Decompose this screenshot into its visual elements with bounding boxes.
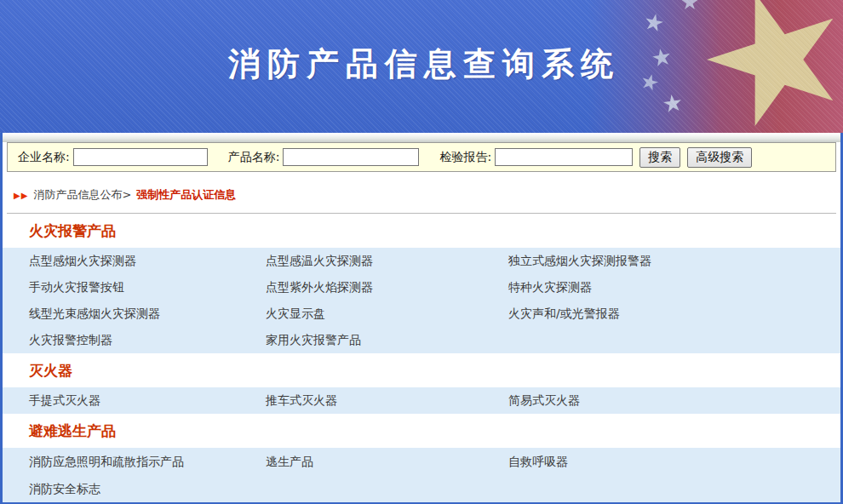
product-link[interactable]: 手动火灾报警按钮: [29, 274, 266, 301]
inspection-report-label: 检验报告:: [439, 150, 491, 165]
breadcrumb-arrows-icon: ▶▶: [14, 191, 28, 200]
section-item-grid: 消防应急照明和疏散指示产品逃生产品自救呼吸器消防安全标志: [3, 448, 840, 502]
main-content: 企业名称: 产品名称: 检验报告: 搜索 高级搜索 ▶▶ 消防产品信息公布> 强…: [0, 133, 843, 502]
inspection-report-group: 检验报告:: [439, 148, 633, 166]
product-link[interactable]: 家用火灾报警产品: [266, 327, 508, 353]
product-link[interactable]: 特种火灾探测器: [508, 274, 840, 301]
company-name-group: 企业名称:: [18, 148, 208, 166]
product-link[interactable]: 推车式灭火器: [266, 387, 508, 414]
product-link[interactable]: 自救呼吸器: [508, 448, 840, 475]
product-link[interactable]: 消防安全标志: [29, 475, 266, 502]
product-link[interactable]: 点型感烟火灾探测器: [29, 248, 266, 274]
company-name-label: 企业名称:: [18, 150, 70, 165]
product-link[interactable]: 简易式灭火器: [508, 387, 840, 414]
product-link[interactable]: 火灾声和/或光警报器: [508, 301, 840, 327]
advanced-search-button[interactable]: 高级搜索: [687, 147, 752, 168]
banner-separator: [3, 133, 840, 142]
company-name-input[interactable]: [73, 148, 208, 166]
product-name-group: 产品名称:: [228, 148, 420, 166]
section-escape-products: 避难逃生产品 消防应急照明和疏散指示产品逃生产品自救呼吸器消防安全标志: [3, 414, 840, 502]
page-title: 消防产品信息查询系统: [228, 43, 620, 86]
inspection-report-input[interactable]: [495, 148, 633, 166]
section-fire-alarm: 火灾报警产品 点型感烟火灾探测器点型感温火灾探测器独立式感烟火灾探测报警器手动火…: [3, 214, 840, 353]
category-sections: 火灾报警产品 点型感烟火灾探测器点型感温火灾探测器独立式感烟火灾探测报警器手动火…: [3, 214, 840, 502]
product-link[interactable]: 手提式灭火器: [29, 387, 266, 414]
product-link[interactable]: 独立式感烟火灾探测报警器: [508, 248, 840, 274]
product-link[interactable]: 点型感温火灾探测器: [266, 248, 508, 274]
breadcrumb-root-link[interactable]: 消防产品信息公布>: [33, 187, 131, 203]
section-item-grid: 手提式灭火器推车式灭火器简易式灭火器: [3, 387, 840, 414]
section-title: 火灾报警产品: [3, 214, 840, 248]
product-link[interactable]: 火灾报警控制器: [29, 327, 266, 353]
product-name-label: 产品名称:: [228, 150, 280, 165]
product-link[interactable]: 线型光束感烟火灾探测器: [29, 301, 266, 327]
product-link[interactable]: 逃生产品: [266, 448, 508, 475]
breadcrumb-current: 强制性产品认证信息: [136, 187, 236, 203]
product-link[interactable]: 消防应急照明和疏散指示产品: [29, 448, 266, 475]
page: 消防产品信息查询系统 企业名称: 产品名称: 检验报告: 搜索 高级搜索 ▶▶ …: [0, 0, 843, 504]
search-bar: 企业名称: 产品名称: 检验报告: 搜索 高级搜索: [7, 142, 836, 172]
banner: 消防产品信息查询系统: [0, 0, 843, 133]
product-link[interactable]: 火灾显示盘: [266, 301, 508, 327]
breadcrumb: ▶▶ 消防产品信息公布> 强制性产品认证信息: [7, 177, 836, 214]
section-title: 灭火器: [3, 353, 840, 387]
product-name-input[interactable]: [283, 148, 419, 166]
section-item-grid: 点型感烟火灾探测器点型感温火灾探测器独立式感烟火灾探测报警器手动火灾报警按钮点型…: [3, 248, 840, 353]
product-link[interactable]: 点型紫外火焰探测器: [266, 274, 508, 301]
search-button[interactable]: 搜索: [639, 147, 680, 168]
section-title: 避难逃生产品: [3, 414, 840, 448]
section-extinguishers: 灭火器 手提式灭火器推车式灭火器简易式灭火器: [3, 353, 840, 414]
